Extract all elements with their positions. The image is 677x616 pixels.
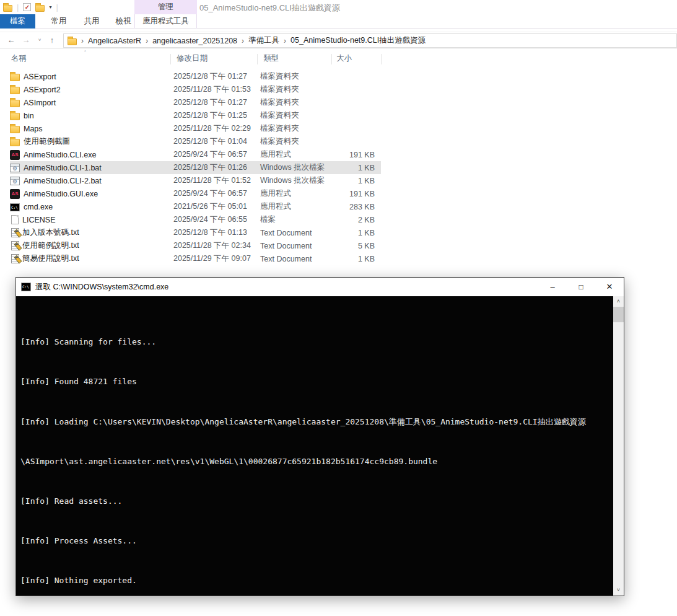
ribbon-contextual-group-manage[interactable]: 管理 (134, 0, 197, 14)
tab-home[interactable]: 常用 (42, 14, 76, 29)
file-name: AnimeStudio.CLI-2.bat (24, 177, 102, 185)
file-type-icon (10, 74, 20, 81)
file-row[interactable]: AnimeStudio.CLI.exe 2025/9/24 下午 06:57 應… (10, 148, 381, 161)
file-row[interactable]: Maps 2025/11/28 下午 02:29 檔案資料夾 (10, 122, 381, 135)
file-row[interactable]: AnimeStudio.CLI-2.bat 2025/11/28 下午 01:5… (10, 174, 381, 187)
file-date-cell: 2025/11/28 下午 02:34 (173, 240, 260, 251)
recent-locations-dropdown-icon[interactable]: ˅ (33, 34, 46, 46)
tab-application-tools[interactable]: 應用程式工具 (134, 14, 197, 29)
file-type-cell: Text Document (260, 229, 334, 237)
file-size-cell: 191 KB (334, 190, 378, 198)
breadcrumb-item[interactable]: 準備工具 (248, 35, 279, 46)
breadcrumb-item[interactable]: AngelicaAsterR (88, 37, 141, 45)
maximize-button[interactable]: □ (567, 278, 595, 296)
file-name-cell: AnimeStudio.CLI-2.bat (10, 176, 173, 185)
minimize-button[interactable]: – (538, 278, 567, 296)
file-type-cell: 檔案資料夾 (260, 123, 334, 134)
file-row[interactable]: bin 2025/12/8 下午 01:25 檔案資料夾 (10, 109, 381, 122)
cmd-titlebar[interactable]: 選取 C:\WINDOWS\system32\cmd.exe – □ ✕ (16, 278, 624, 296)
file-name-cell: ASExport (10, 72, 173, 81)
file-name-cell: ASImport (10, 98, 173, 107)
file-size-cell: 1 KB (334, 164, 378, 172)
console-line: [Info] Found 48721 files (20, 377, 613, 387)
column-header-type[interactable]: 類型 (263, 53, 279, 64)
file-type-icon (10, 113, 20, 120)
file-date-cell: 2025/11/28 下午 01:52 (173, 175, 260, 186)
file-row[interactable]: LICENSE 2025/9/24 下午 06:55 檔案 2 KB (10, 213, 381, 226)
close-button[interactable]: ✕ (595, 278, 624, 296)
file-row[interactable]: 使用範例說明.txt 2025/11/28 下午 02:34 Text Docu… (10, 239, 381, 252)
file-type-cell: 檔案資料夾 (260, 136, 334, 147)
console-line: [Info] Nothing exported. (20, 576, 613, 586)
file-date-cell: 2025/12/8 下午 01:26 (173, 162, 260, 173)
file-type-cell: 應用程式 (260, 201, 334, 212)
file-row[interactable]: 簡易使用說明.txt 2025/11/29 下午 09:07 Text Docu… (10, 252, 381, 265)
file-name: LICENSE (22, 216, 56, 224)
file-name: 加入版本號碼.txt (22, 227, 79, 238)
breadcrumb-item[interactable]: 05_AnimeStudio-net9.CLI抽出遊戲資源 (290, 35, 426, 46)
explorer-titlebar[interactable]: | ✓ ▾ | 管理 05_AnimeStudio-net9.CLI抽出遊戲資源 (0, 0, 677, 14)
column-header-date-modified[interactable]: 修改日期 (177, 53, 207, 64)
file-type-icon (10, 126, 20, 133)
file-row[interactable]: ASExport2 2025/11/28 下午 01:53 檔案資料夾 (10, 83, 381, 96)
toolbar-separator: | (17, 2, 19, 12)
console-output: [Info] Scanning for files... [Info] Foun… (16, 296, 613, 596)
new-folder-icon[interactable] (35, 5, 45, 12)
file-type-cell: Windows 批次檔案 (260, 162, 334, 173)
file-row[interactable]: AnimeStudio.GUI.exe 2025/9/24 下午 06:57 應… (10, 187, 381, 200)
file-type-cell: 檔案資料夾 (260, 71, 334, 82)
file-type-icon (11, 254, 19, 263)
address-bar[interactable]: ›AngelicaAsterR ›angelicaaster_20251208 … (63, 33, 677, 48)
column-header-size[interactable]: 大小 (336, 53, 352, 64)
file-type-cell: 應用程式 (260, 149, 334, 160)
file-date-cell: 2025/12/8 下午 01:13 (173, 227, 260, 238)
toolbar-separator: | (56, 2, 58, 12)
console-line: [Info] Scanning for files... (20, 337, 613, 347)
scrollbar-thumb[interactable] (613, 307, 624, 322)
breadcrumb-item[interactable]: angelicaaster_20251208 (152, 37, 237, 45)
file-name: AnimeStudio.GUI.exe (24, 190, 98, 198)
file-row[interactable]: ASImport 2025/12/8 下午 01:27 檔案資料夾 (10, 96, 381, 109)
tab-file[interactable]: 檔案 (0, 14, 35, 29)
file-row[interactable]: 加入版本號碼.txt 2025/12/8 下午 01:13 Text Docum… (10, 226, 381, 239)
file-name-cell: AnimeStudio.CLI.exe (10, 150, 173, 160)
file-name-cell: cmd.exe (10, 202, 173, 211)
file-row[interactable]: 使用範例截圖 2025/12/8 下午 01:04 檔案資料夾 (10, 135, 381, 148)
file-name-cell: Maps (10, 124, 173, 133)
qat-dropdown-icon[interactable]: ▾ (49, 4, 51, 10)
scroll-down-icon[interactable]: ˅ (613, 585, 624, 596)
file-row[interactable]: cmd.exe 2021/5/26 下午 05:01 應用程式 283 KB (10, 200, 381, 213)
cmd-window: 選取 C:\WINDOWS\system32\cmd.exe – □ ✕ [In… (15, 277, 624, 596)
properties-check-icon[interactable]: ✓ (23, 3, 31, 11)
quick-access-toolbar: | ✓ ▾ | (3, 2, 58, 12)
file-row[interactable]: ASExport 2025/12/8 下午 01:27 檔案資料夾 (10, 70, 381, 83)
file-name-cell: ASExport2 (10, 85, 173, 94)
forward-button[interactable]: → (20, 34, 32, 46)
file-type-icon (10, 177, 20, 185)
back-button[interactable]: ← (5, 34, 17, 46)
breadcrumb: ›AngelicaAsterR ›angelicaaster_20251208 … (77, 35, 426, 46)
file-row[interactable]: AnimeStudio.CLI-1.bat 2025/12/8 下午 01:26… (10, 161, 381, 174)
file-list: ASExport 2025/12/8 下午 01:27 檔案資料夾 ASExpo… (0, 70, 396, 265)
scroll-up-icon[interactable]: ˄ (613, 296, 624, 307)
up-button[interactable]: ↑ (46, 34, 58, 46)
file-date-cell: 2025/12/8 下午 01:04 (173, 136, 260, 147)
file-size-cell: 1 KB (334, 177, 378, 185)
cmd-body: [Info] Scanning for files... [Info] Foun… (16, 296, 624, 596)
file-type-cell: Windows 批次檔案 (260, 175, 334, 186)
file-type-icon (10, 87, 20, 94)
column-header-name[interactable]: 名稱 (11, 53, 27, 64)
cmd-window-icon (21, 283, 31, 291)
file-name: 簡易使用說明.txt (22, 253, 79, 264)
file-name-cell: 使用範例說明.txt (10, 240, 173, 251)
file-size-cell: 1 KB (334, 255, 378, 263)
tab-share[interactable]: 共用 (75, 14, 108, 29)
file-date-cell: 2025/12/8 下午 01:27 (173, 71, 260, 82)
file-type-cell: 檔案資料夾 (260, 110, 334, 121)
file-name: ASExport (24, 73, 56, 81)
file-type-cell: 檔案資料夾 (260, 97, 334, 108)
console-scrollbar[interactable]: ˄ ˅ (613, 296, 624, 596)
console-line: [Info] Read assets... (20, 496, 613, 506)
file-name: 使用範例截圖 (24, 136, 70, 147)
file-name: ASExport2 (24, 86, 61, 94)
